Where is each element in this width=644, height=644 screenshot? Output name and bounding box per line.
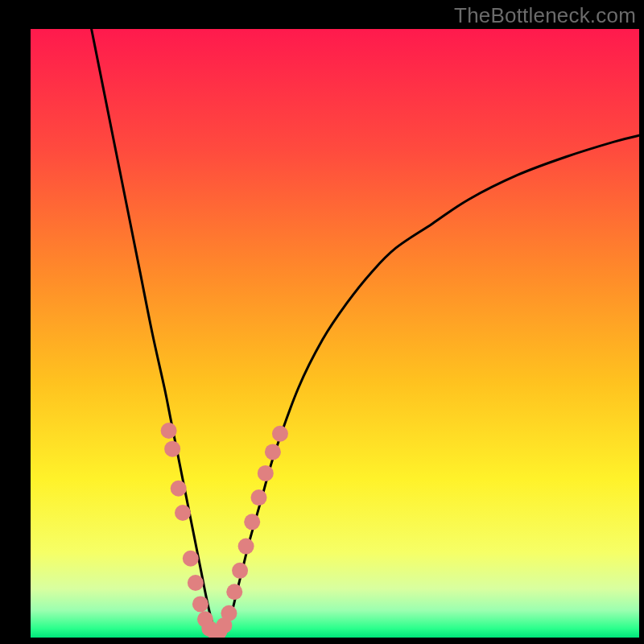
- plot-background: [31, 29, 639, 638]
- highlight-dot: [232, 563, 248, 579]
- highlight-dot: [221, 605, 237, 621]
- bottleneck-chart: [0, 0, 644, 644]
- highlight-dot: [175, 505, 191, 521]
- highlight-dot: [244, 514, 260, 530]
- chart-stage: TheBottleneck.com: [0, 0, 644, 644]
- highlight-dot: [238, 539, 254, 555]
- highlight-dot: [265, 444, 281, 460]
- highlight-dot: [164, 441, 180, 457]
- highlight-dot: [161, 423, 177, 439]
- highlight-dot: [171, 481, 187, 497]
- highlight-dot: [188, 575, 204, 591]
- highlight-dot: [192, 596, 208, 612]
- highlight-dot: [258, 465, 274, 481]
- highlight-dot: [226, 584, 242, 600]
- highlight-dot: [272, 426, 288, 442]
- highlight-dot: [251, 489, 267, 506]
- highlight-dot: [183, 551, 199, 567]
